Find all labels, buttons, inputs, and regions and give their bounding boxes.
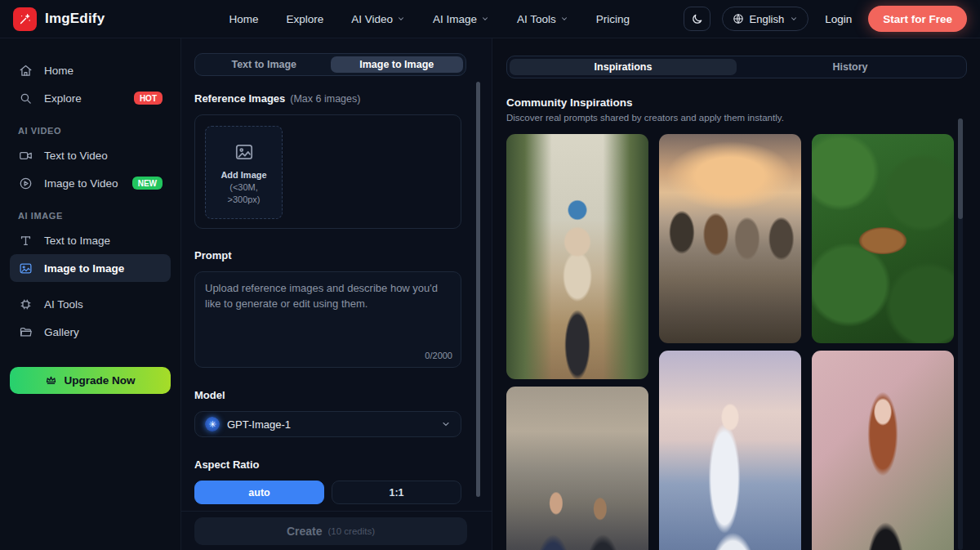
aspect-option-1-1[interactable]: 1:1 [332, 481, 461, 504]
image-placeholder-icon [234, 141, 255, 163]
nav-explore[interactable]: Explore [286, 13, 323, 25]
grid-column-3 [812, 134, 954, 550]
inspiration-card-white-dress-woman[interactable] [659, 351, 801, 550]
grid-column-2 [659, 134, 801, 550]
nav-ai-video[interactable]: AI Video [351, 13, 405, 25]
play-circle-icon [18, 176, 33, 190]
composer-scrollbar[interactable] [476, 82, 480, 497]
sidebar-item-image-to-image[interactable]: Image to Image [10, 254, 171, 282]
sidebar-item-label: Text to Video [44, 150, 108, 162]
sidebar-item-gallery[interactable]: Gallery [10, 318, 171, 346]
upgrade-now-button[interactable]: Upgrade Now [10, 367, 171, 394]
create-bar: Create (10 credits) [181, 511, 492, 550]
char-counter: 0/2000 [425, 351, 452, 360]
new-badge: NEW [132, 177, 163, 190]
navbar-right: English Login Start for Free [684, 6, 967, 32]
chevron-down-icon [397, 15, 405, 23]
generation-panel: Text to Image Image to Image Reference I… [181, 38, 492, 550]
theme-toggle-button[interactable] [684, 7, 710, 31]
sidebar-item-text-to-video[interactable]: Text to Video [10, 141, 171, 169]
tab-image-to-image[interactable]: Image to Image [331, 56, 464, 73]
model-selector[interactable]: GPT-Image-1 [194, 411, 461, 437]
add-image-min-size: >300px) [227, 195, 260, 204]
community-inspirations-title: Community Inspirations [506, 96, 969, 109]
language-label: English [750, 13, 785, 25]
sidebar-item-label: Home [44, 65, 74, 77]
inspiration-card-moth-leaves[interactable] [812, 134, 954, 343]
brand: ImgEdify [13, 7, 105, 31]
nav-home[interactable]: Home [229, 13, 258, 25]
sidebar-section-ai-video: AI VIDEO [18, 126, 163, 136]
tab-inspirations[interactable]: Inspirations [510, 59, 737, 75]
aspect-ratio-label: Aspect Ratio [194, 458, 259, 471]
sidebar-item-image-to-video[interactable]: Image to Video NEW [10, 169, 171, 197]
inspiration-card-handshake[interactable] [506, 387, 648, 550]
add-image-size-limit: (<30M, [229, 182, 258, 192]
sidebar-item-text-to-image[interactable]: Text to Image [10, 226, 171, 254]
crown-icon [45, 374, 57, 387]
aspect-ratio-header: Aspect Ratio [194, 458, 461, 471]
image-icon [18, 261, 33, 275]
chip-icon [18, 297, 33, 311]
prompt-header: Prompt [194, 249, 461, 262]
sidebar-item-label: AI Tools [44, 298, 83, 311]
add-image-label: Add Image [220, 170, 266, 180]
sidebar-item-explore[interactable]: Explore HOT [10, 84, 171, 112]
inspiration-card-corset-woman[interactable] [812, 351, 954, 550]
model-header: Model [194, 389, 461, 401]
tab-text-to-image[interactable]: Text to Image [198, 56, 331, 73]
sidebar-item-home[interactable]: Home [10, 56, 171, 84]
prompt-input[interactable] [195, 272, 461, 367]
community-inspirations-subtitle: Discover real prompts shared by creators… [506, 113, 969, 123]
mode-tab-bar: Text to Image Image to Image [194, 53, 466, 76]
model-label: Model [194, 389, 225, 401]
reference-images-container: Add Image (<30M, >300px) [194, 114, 461, 229]
create-button[interactable]: Create (10 credits) [194, 517, 467, 545]
prompt-container: 0/2000 [194, 271, 461, 368]
login-link[interactable]: Login [820, 13, 857, 25]
reference-images-label: Reference Images [194, 92, 285, 105]
main-nav: Home Explore AI Video AI Image AI Tools … [229, 13, 630, 25]
brand-name: ImgEdify [45, 11, 105, 27]
sidebar-item-label: Gallery [44, 326, 79, 338]
nav-ai-image[interactable]: AI Image [433, 13, 489, 25]
inspirations-panel: Inspirations History Community Inspirati… [492, 38, 980, 550]
openai-logo-icon [205, 417, 220, 432]
sidebar-item-label: Image to Image [44, 262, 124, 275]
add-image-button[interactable]: Add Image (<30M, >300px) [205, 126, 283, 219]
text-icon [18, 233, 33, 248]
nav-ai-tools[interactable]: AI Tools [517, 13, 568, 25]
language-selector[interactable]: English [722, 7, 809, 31]
search-icon [18, 91, 33, 105]
sidebar-item-label: Image to Video [44, 177, 118, 190]
gallery-tab-bar: Inspirations History [506, 56, 967, 78]
sidebar-item-label: Explore [44, 92, 82, 105]
grid-column-1 [506, 134, 648, 550]
reference-images-hint: (Max 6 images) [290, 93, 360, 105]
chevron-down-icon [441, 419, 451, 429]
top-navbar: ImgEdify Home Explore AI Video AI Image … [0, 0, 980, 38]
inspiration-card-family-eiffel[interactable] [506, 134, 648, 379]
chevron-down-icon [790, 15, 798, 23]
sidebar-spacer [10, 282, 171, 290]
inspirations-grid [506, 134, 969, 550]
model-value: GPT-Image-1 [227, 418, 291, 431]
create-label: Create [287, 525, 323, 538]
sidebar-item-ai-tools[interactable]: AI Tools [10, 290, 171, 318]
brand-logo[interactable] [13, 7, 37, 31]
folder-icon [18, 324, 33, 339]
aspect-option-auto[interactable]: auto [194, 481, 324, 504]
sidebar-item-label: Text to Image [44, 235, 110, 247]
inspiration-card-rushmore-dogs[interactable] [659, 134, 801, 343]
nav-pricing[interactable]: Pricing [596, 13, 630, 25]
chevron-down-icon [481, 15, 489, 23]
gallery-scrollbar-thumb[interactable] [958, 118, 963, 219]
app-root: ImgEdify Home Explore AI Video AI Image … [0, 0, 980, 550]
tab-history[interactable]: History [737, 59, 964, 75]
chevron-down-icon [560, 15, 568, 23]
create-credits: (10 credits) [328, 526, 376, 536]
start-free-button[interactable]: Start for Free [868, 6, 967, 32]
moon-icon [691, 13, 703, 25]
sidebar-section-ai-image: AI IMAGE [18, 211, 163, 221]
upgrade-label: Upgrade Now [64, 374, 135, 387]
